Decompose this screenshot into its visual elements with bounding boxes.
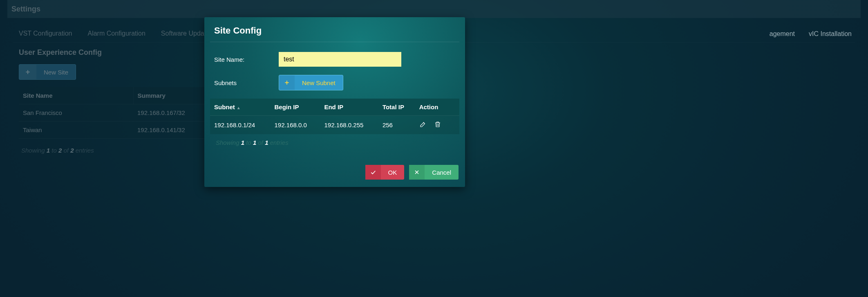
subnets-label: Subnets xyxy=(214,79,279,86)
cell-total-ip: 256 xyxy=(378,116,415,135)
table-row: 192.168.0.1/24 192.168.0.0 192.168.0.255… xyxy=(210,116,459,135)
modal-footer: OK Cancel xyxy=(204,146,465,187)
plus-icon xyxy=(279,75,295,90)
cell-action xyxy=(415,116,459,135)
subnets-table: Subnet▲ Begin IP End IP Total IP Action … xyxy=(210,99,459,134)
showing-pre: Showing xyxy=(216,139,241,146)
cell-begin-ip: 192.168.0.0 xyxy=(271,116,320,135)
new-subnet-button[interactable]: New Subnet xyxy=(279,75,343,90)
ok-label: OK xyxy=(381,169,405,176)
modal-divider xyxy=(210,42,459,42)
edit-icon[interactable] xyxy=(419,121,427,128)
subnets-showing-text: Showing 1 to 1 of 1 entries xyxy=(216,139,465,146)
close-icon xyxy=(409,165,425,180)
col-action: Action xyxy=(415,99,459,116)
showing-a: 1 xyxy=(241,139,244,146)
ok-button[interactable]: OK xyxy=(365,165,405,180)
showing-b: 1 xyxy=(253,139,256,146)
showing-post: entries xyxy=(268,139,288,146)
subnets-row: Subnets New Subnet xyxy=(204,72,465,93)
col-subnet-label: Subnet xyxy=(214,104,235,110)
cancel-label: Cancel xyxy=(425,169,459,176)
site-name-label: Site Name: xyxy=(214,56,279,63)
site-config-modal: Site Config Site Name: Subnets New Subne… xyxy=(204,17,465,187)
tab-vic-installation[interactable]: vIC Installation xyxy=(809,30,852,38)
site-name-input[interactable] xyxy=(279,52,401,67)
site-name-row: Site Name: xyxy=(204,50,465,69)
right-nav-fragments: agement vIC Installation xyxy=(770,30,852,38)
col-end-ip[interactable]: End IP xyxy=(320,99,378,116)
cancel-button[interactable]: Cancel xyxy=(409,165,459,180)
col-begin-ip[interactable]: Begin IP xyxy=(271,99,320,116)
col-total-ip[interactable]: Total IP xyxy=(378,99,415,116)
showing-mid1: to xyxy=(244,139,253,146)
cell-end-ip: 192.168.0.255 xyxy=(320,116,378,135)
tab-fragment-agement[interactable]: agement xyxy=(770,30,795,38)
modal-title: Site Config xyxy=(204,17,465,42)
cell-subnet: 192.168.0.1/24 xyxy=(210,116,271,135)
check-icon xyxy=(365,165,381,180)
new-subnet-label: New Subnet xyxy=(295,79,343,86)
trash-icon[interactable] xyxy=(434,121,441,128)
sort-asc-icon: ▲ xyxy=(237,106,241,110)
showing-mid2: of xyxy=(256,139,265,146)
col-subnet[interactable]: Subnet▲ xyxy=(210,99,271,116)
